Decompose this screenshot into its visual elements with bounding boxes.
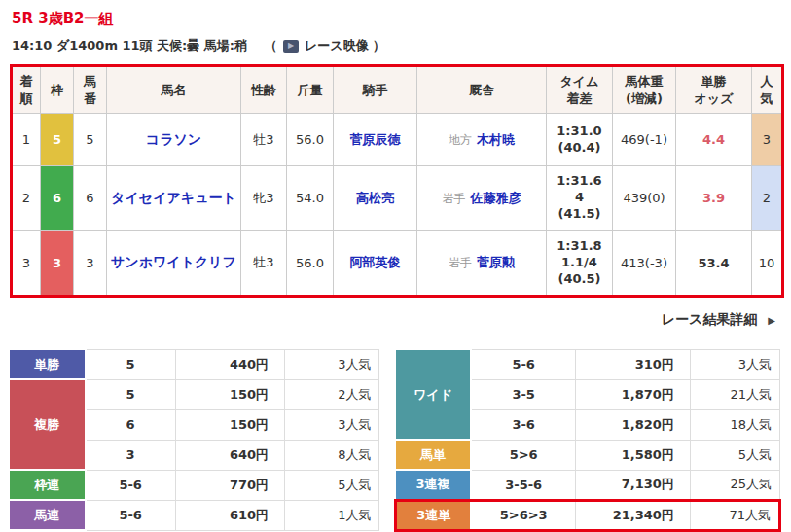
payout-row-wide-1: ワイド 5-6 310円 3人気: [396, 349, 780, 379]
finish-time: 1:31.0: [549, 124, 610, 140]
horse-number: 6: [74, 166, 107, 231]
col-sex-age: 性齢: [241, 66, 287, 114]
popularity-badge: 10: [752, 231, 783, 297]
payout-amount: 150円: [175, 409, 285, 440]
bracket-badge: 6: [41, 166, 74, 231]
payout-row-sanrenpuku: 3連複 3-5-6 7,130円 25人気: [396, 470, 780, 500]
payout-popularity: 1人気: [285, 500, 379, 530]
weight-carried: 56.0: [287, 231, 334, 297]
stable-region: 岩手: [443, 192, 466, 205]
combination: 5>6>3: [471, 500, 575, 530]
horse-name-cell: サンホワイトクリフ: [107, 231, 241, 297]
horse-name-link[interactable]: サンホワイトクリフ: [111, 254, 236, 269]
payout-popularity: 21人気: [690, 379, 779, 409]
bet-type-quinella: 馬連: [10, 500, 86, 530]
paren-close: ）: [373, 37, 385, 54]
trainer-link[interactable]: 木村暁: [477, 132, 515, 147]
payout-amount: 150円: [175, 379, 285, 409]
bet-type-trio: 3連複: [396, 470, 471, 500]
horse-name-link[interactable]: コラソン: [146, 131, 201, 147]
finish-position: 3: [12, 231, 41, 297]
finish-time: 1:31.8: [549, 238, 610, 255]
popularity-badge: 2: [752, 166, 783, 231]
payout-amount: 1,580円: [576, 440, 691, 470]
combination: 5: [86, 349, 175, 379]
win-odds: 53.4: [676, 231, 752, 297]
combination: 3-6: [471, 409, 575, 440]
payout-amount: 770円: [175, 470, 285, 500]
payout-amount: 640円: [175, 440, 285, 470]
bracket-badge: 5: [41, 114, 74, 166]
time-margin-cell: 1:31.0(40.4): [547, 114, 613, 166]
col-horse-weight: 馬体重(増減): [613, 66, 676, 114]
payout-amount: 1,820円: [576, 409, 691, 440]
combination: 5>6: [471, 440, 575, 470]
horse-number: 3: [74, 231, 107, 297]
sex-age: 牡3: [241, 231, 287, 297]
right-triangle-icon: ▶: [768, 315, 775, 326]
result-row-2: 2 6 6 タイセイアキュート 牝3 54.0 高松亮 岩手佐藤雅彦 1:31.…: [12, 166, 783, 231]
payout-row-fukusho-1: 複勝 5 150円 2人気: [10, 379, 379, 409]
stable-cell: 岩手佐藤雅彦: [417, 166, 547, 231]
race-result-detail-link[interactable]: レース結果詳細 ▶: [662, 311, 775, 327]
trainer-link[interactable]: 菅原勲: [477, 255, 515, 269]
race-result-page: 5R 3歳B2一組 14:10 ダ1400m 11頭 天候:曇 馬場:稍 （ ▶…: [0, 0, 791, 532]
horse-name-cell: タイセイアキュート: [107, 166, 241, 231]
payout-popularity: 2人気: [285, 379, 379, 409]
time-margin-cell: 1:31.81.1/4(40.5): [547, 231, 613, 297]
payout-popularity: 3人気: [690, 349, 779, 379]
result-row-3: 3 3 3 サンホワイトクリフ 牡3 56.0 阿部英俊 岩手菅原勲 1:31.…: [12, 231, 783, 297]
combination: 5: [86, 379, 175, 409]
horse-weight: 469(-1): [613, 114, 676, 166]
payout-table-left: 単勝 5 440円 3人気 複勝 5 150円 2人気 6 150円 3人気 3…: [10, 348, 379, 531]
finish-time: 1:31.6: [549, 173, 610, 190]
payout-table-right: ワイド 5-6 310円 3人気 3-5 1,870円 21人気 3-6 1,8…: [394, 348, 781, 532]
results-header-row: 着順 枠 馬番 馬名 性齢 斤量 騎手 厩舎 タイム着差 馬体重(増減) 単勝オ…: [12, 66, 783, 114]
col-stable: 厩舎: [417, 66, 547, 114]
payout-popularity: 25人気: [690, 470, 779, 500]
race-video-link[interactable]: レース映像: [305, 37, 369, 54]
horse-name-link[interactable]: タイセイアキュート: [111, 190, 236, 205]
col-bracket: 枠: [41, 66, 74, 114]
col-popularity: 人気: [752, 66, 783, 114]
bet-type-exacta: 馬単: [396, 440, 471, 470]
jockey-cell: 高松亮: [334, 166, 417, 231]
payout-popularity: 3人気: [285, 349, 379, 379]
col-time-margin: タイム着差: [547, 66, 613, 114]
combination: 3: [86, 440, 175, 470]
bet-type-trifecta: 3連単: [396, 500, 471, 530]
race-conditions: 14:10 ダ1400m 11頭 天候:曇 馬場:稍: [12, 37, 247, 54]
combination: 5-6: [86, 470, 175, 500]
payout-row-sanrentan-highlighted: 3連単 5>6>3 21,340円 71人気: [396, 500, 780, 530]
detail-link-label: レース結果詳細: [662, 311, 758, 327]
payout-amount: 440円: [175, 349, 285, 379]
stable-region: 地方: [449, 133, 472, 147]
stable-cell: 地方木村暁: [417, 114, 547, 166]
jockey-link[interactable]: 菅原辰徳: [350, 132, 401, 147]
last-3f: (40.5): [549, 271, 610, 288]
jockey-cell: 阿部英俊: [334, 231, 417, 297]
jockey-cell: 菅原辰徳: [334, 114, 417, 166]
finish-position: 1: [12, 114, 41, 166]
jockey-link[interactable]: 高松亮: [356, 191, 394, 205]
horse-number: 5: [74, 114, 107, 166]
finish-position: 2: [12, 166, 41, 231]
margin: 1.1/4: [549, 255, 610, 271]
trainer-link[interactable]: 佐藤雅彦: [471, 191, 521, 205]
margin: 4: [549, 190, 610, 206]
payout-amount: 310円: [576, 349, 691, 379]
win-odds: 4.4: [676, 114, 752, 166]
combination: 6: [86, 409, 175, 440]
col-finish-position: 着順: [12, 66, 41, 114]
combination: 5-6: [471, 349, 575, 379]
payout-row-wakuren: 枠連 5-6 770円 5人気: [10, 470, 379, 500]
col-win-odds: 単勝オッズ: [676, 66, 752, 114]
col-horse-name: 馬名: [107, 66, 241, 114]
play-video-icon: ▶: [283, 40, 299, 53]
payout-popularity: 5人気: [690, 440, 779, 470]
payout-popularity: 8人気: [285, 440, 379, 470]
bet-type-bracket-quinella: 枠連: [10, 470, 86, 500]
combination: 3-5: [471, 379, 575, 409]
jockey-link[interactable]: 阿部英俊: [350, 255, 401, 269]
stable-region: 岩手: [449, 256, 472, 269]
